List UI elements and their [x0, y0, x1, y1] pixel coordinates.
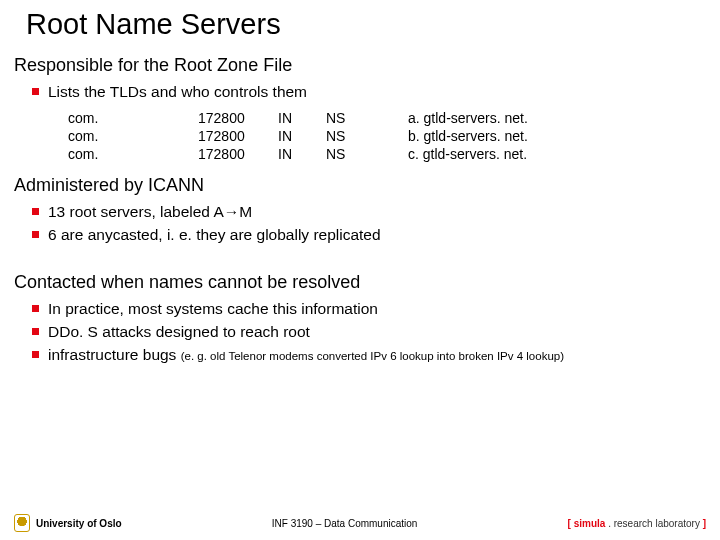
zone-file-table: com. 172800 IN NS a. gtld-servers. net. … — [68, 109, 528, 163]
bullet-list-contacted: In practice, most systems cache this inf… — [14, 299, 706, 366]
zone-class: IN — [278, 127, 326, 145]
bullet-list-icann: 13 root servers, labeled A→M 6 are anyca… — [14, 202, 706, 246]
zone-type: NS — [326, 109, 408, 127]
bullet-ddos: DDo. S attacks designed to reach root — [32, 322, 706, 343]
bullet-list-root-zone: Lists the TLDs and who controls them — [14, 82, 706, 103]
zone-type: NS — [326, 145, 408, 163]
zone-ttl: 172800 — [198, 127, 278, 145]
spacer — [14, 252, 706, 266]
table-row: com. 172800 IN NS a. gtld-servers. net. — [68, 109, 528, 127]
footer-university: University of Oslo — [36, 518, 122, 529]
zone-class: IN — [278, 145, 326, 163]
table-row: com. 172800 IN NS c. gtld-servers. net. — [68, 145, 528, 163]
footer-simula: [ simula . research laboratory ] — [568, 518, 706, 529]
slide-title: Root Name Servers — [26, 8, 706, 41]
bullet-infra-bugs-note: (e. g. old Telenor modems converted IPv … — [181, 350, 564, 362]
simula-name: simula — [574, 518, 606, 529]
section-heading-contacted: Contacted when names cannot be resolved — [14, 272, 706, 293]
zone-target: a. gtld-servers. net. — [408, 109, 528, 127]
section-heading-icann: Administered by ICANN — [14, 175, 706, 196]
section-heading-root-zone: Responsible for the Root Zone File — [14, 55, 706, 76]
zone-target: c. gtld-servers. net. — [408, 145, 528, 163]
bullet-anycast: 6 are anycasted, i. e. they are globally… — [32, 225, 706, 246]
zone-name: com. — [68, 109, 198, 127]
slide: Root Name Servers Responsible for the Ro… — [0, 0, 720, 366]
bullet-13-servers: 13 root servers, labeled A→M — [32, 202, 706, 223]
bullet-infra-bugs: infrastructure bugs (e. g. old Telenor m… — [32, 345, 706, 366]
bullet-tlds: Lists the TLDs and who controls them — [32, 82, 706, 103]
simula-rest: . research laboratory — [605, 518, 700, 529]
table-row: com. 172800 IN NS b. gtld-servers. net. — [68, 127, 528, 145]
footer: University of Oslo INF 3190 – Data Commu… — [0, 514, 720, 532]
zone-type: NS — [326, 127, 408, 145]
zone-target: b. gtld-servers. net. — [408, 127, 528, 145]
zone-name: com. — [68, 127, 198, 145]
uio-crest-icon — [14, 514, 30, 532]
zone-name: com. — [68, 145, 198, 163]
zone-ttl: 172800 — [198, 109, 278, 127]
zone-class: IN — [278, 109, 326, 127]
bullet-infra-bugs-text: infrastructure bugs — [48, 346, 176, 363]
bullet-cache: In practice, most systems cache this inf… — [32, 299, 706, 320]
bracket-close: ] — [700, 518, 706, 529]
zone-ttl: 172800 — [198, 145, 278, 163]
footer-course: INF 3190 – Data Communication — [122, 518, 568, 529]
